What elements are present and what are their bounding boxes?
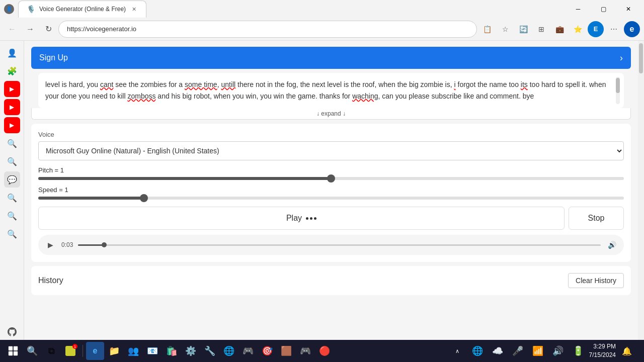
taskbar-steam-button[interactable]: 🎯: [258, 342, 276, 360]
sidebar-icon-search2[interactable]: 🔍: [4, 153, 20, 169]
sidebar-icon-yt1[interactable]: ▶: [4, 81, 20, 97]
page-scrollbar-thumb: [639, 43, 643, 73]
dot2: [310, 217, 312, 220]
audio-player: ▶ 0:03 🔊: [38, 235, 624, 255]
taskbar-teams-button[interactable]: 👥: [124, 342, 142, 360]
sidebar-icon-github[interactable]: [4, 324, 20, 340]
battery-icon[interactable]: 🔋: [569, 342, 587, 360]
signup-label: Sign Up: [39, 53, 68, 62]
text-content: level is hard, you cant see the zombies …: [45, 80, 606, 100]
browser-essentials-button[interactable]: 🔄: [515, 21, 531, 37]
taskbar-mail-button[interactable]: 📧: [143, 342, 162, 360]
taskbar-minecraft-button[interactable]: 🟫: [277, 342, 295, 360]
svg-rect-2: [9, 351, 13, 355]
browser-body: 👤 🧩 ▶ ▶ ▶ 🔍 🔍 💬 🔍 🔍 🔍 +: [0, 41, 644, 362]
address-bar[interactable]: https://voicegenerator.io: [58, 21, 477, 38]
taskbar-app2-button[interactable]: 🔧: [201, 342, 219, 360]
taskbar-chrome-button[interactable]: 🌐: [220, 342, 238, 360]
svg-rect-1: [14, 346, 18, 350]
page-scrollbar[interactable]: [638, 41, 644, 362]
close-button[interactable]: ✕: [617, 1, 640, 17]
reading-list-button[interactable]: 📋: [479, 21, 495, 37]
sidebar-icon-yt3[interactable]: ▶: [4, 117, 20, 133]
voice-select[interactable]: Microsoft Guy Online (Natural) - English…: [38, 141, 624, 160]
text-scrollbar[interactable]: [616, 77, 620, 104]
text-content-area[interactable]: level is hard, you cant see the zombies …: [38, 73, 624, 108]
clear-history-button[interactable]: Clear History: [568, 273, 624, 288]
taskbar: 🔍 ⧉ 1 e 📁 👥 📧 🛍️ ⚙️ 🔧 🌐 🎮 🎯 🟫 🎮 🔴 ∧ 🌐 ☁️…: [0, 340, 644, 362]
content-area: Sign Up › level is hard, you cant see th…: [24, 41, 638, 362]
stop-button[interactable]: Stop: [569, 207, 624, 230]
onedrive-icon[interactable]: ☁️: [489, 342, 507, 360]
expand-button[interactable]: ↓ expand ↓: [31, 108, 631, 120]
tab-close-button[interactable]: ✕: [130, 5, 138, 13]
signup-button[interactable]: Sign Up ›: [31, 47, 631, 69]
audio-progress-thumb: [102, 242, 107, 247]
signup-section: Sign Up ›: [24, 47, 638, 69]
wifi-icon[interactable]: 📶: [529, 342, 547, 360]
voice-section: Voice Microsoft Guy Online (Natural) - E…: [31, 124, 631, 262]
audio-volume-button[interactable]: 🔊: [606, 239, 618, 251]
sidebar-icon-chat[interactable]: 💬: [4, 171, 20, 188]
taskbar-app1-button[interactable]: ⚙️: [182, 342, 200, 360]
taskbar-app3-button[interactable]: 🎮: [239, 342, 257, 360]
speed-label: Speed = 1: [38, 186, 624, 194]
favorites-button[interactable]: ☆: [497, 21, 513, 37]
network-icon[interactable]: 🌐: [468, 342, 487, 360]
window-controls: ─ ▢ ✕: [567, 1, 640, 17]
taskbar-taskview-button[interactable]: ⧉: [42, 342, 60, 360]
volume-icon[interactable]: 🔊: [549, 342, 567, 360]
audio-progress-bar[interactable]: [78, 244, 601, 246]
taskbar-clock[interactable]: 3:29 PM 7/15/2024: [589, 342, 616, 359]
favorites-star-button[interactable]: ⭐: [570, 21, 586, 37]
dot3: [314, 217, 316, 220]
taskbar-app4-button[interactable]: 🔴: [315, 342, 334, 360]
refresh-button[interactable]: ↻: [40, 21, 56, 37]
history-label: History: [38, 276, 63, 285]
edge-icon: e: [624, 21, 640, 37]
sidebar-icon-search5[interactable]: 🔍: [4, 226, 20, 242]
audio-progress-fill: [78, 244, 104, 246]
pitch-label: Pitch = 1: [38, 166, 624, 174]
play-label: Play: [286, 214, 302, 223]
active-tab[interactable]: 🎙️ Voice Generator (Online & Free) ✕: [18, 1, 146, 18]
back-button[interactable]: ←: [4, 21, 20, 37]
audio-play-button[interactable]: ▶: [44, 239, 56, 251]
button-row: Play Stop: [38, 207, 624, 230]
play-button[interactable]: Play: [38, 207, 565, 230]
taskbar-widgets-button[interactable]: 1: [61, 342, 79, 360]
maximize-button[interactable]: ▢: [592, 1, 615, 17]
sidebar-icon-search4[interactable]: 🔍: [4, 208, 20, 224]
audio-time: 0:03: [61, 241, 73, 248]
sidebar-icon-search3[interactable]: 🔍: [4, 190, 20, 206]
browser-profile-icon[interactable]: 👤: [4, 4, 14, 14]
tray-expand-button[interactable]: ∧: [448, 342, 466, 360]
taskbar-separator: [83, 345, 83, 357]
collections-button[interactable]: 💼: [551, 21, 568, 37]
url-text: https://voicegenerator.io: [67, 25, 136, 33]
title-bar-left: 👤 🎙️ Voice Generator (Online & Free) ✕: [4, 1, 146, 18]
taskbar-file-explorer-button[interactable]: 📁: [105, 342, 123, 360]
speed-track: [38, 197, 624, 200]
split-screen-button[interactable]: ⊞: [533, 21, 549, 37]
sidebar-icon-profile[interactable]: 👤: [4, 45, 20, 61]
minimize-button[interactable]: ─: [567, 1, 590, 17]
more-button[interactable]: ⋯: [606, 21, 622, 37]
microphone-icon[interactable]: 🎤: [509, 342, 527, 360]
play-dots: [306, 217, 316, 220]
taskbar-system-tray: ∧ 🌐 ☁️ 🎤 📶 🔊 🔋 3:29 PM 7/15/2024 🔔: [444, 342, 640, 360]
edge-profile-avatar[interactable]: E: [588, 21, 604, 37]
start-button[interactable]: [4, 342, 22, 360]
taskbar-xbox-button[interactable]: 🎮: [296, 342, 314, 360]
taskbar-edge-button[interactable]: e: [86, 342, 104, 360]
toolbar: ← → ↻ https://voicegenerator.io 📋 ☆ 🔄 ⊞ …: [0, 18, 644, 41]
sidebar-icon-extensions[interactable]: 🧩: [4, 63, 20, 79]
sidebar-icon-search1[interactable]: 🔍: [4, 135, 20, 151]
sidebar-icon-yt2[interactable]: ▶: [4, 99, 20, 115]
tab-title: Voice Generator (Online & Free): [39, 6, 126, 13]
taskbar-store-button[interactable]: 🛍️: [163, 342, 181, 360]
taskbar-search-button[interactable]: 🔍: [23, 342, 41, 360]
speed-row: Speed = 1: [38, 186, 624, 200]
notification-center-button[interactable]: 🔔: [618, 342, 636, 360]
forward-button[interactable]: →: [22, 21, 38, 37]
